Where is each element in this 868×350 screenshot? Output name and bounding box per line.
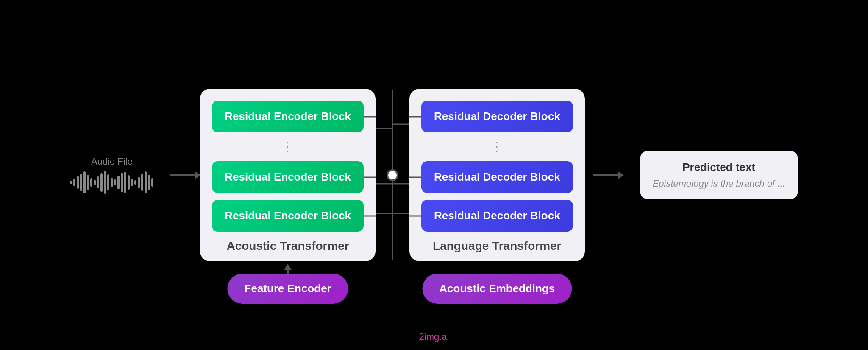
waveform-bar — [141, 174, 143, 191]
waveform-bar — [73, 179, 75, 186]
decoder-to-output-arrow — [593, 174, 619, 176]
audio-label: Audio File — [91, 156, 133, 167]
dots-decoder: ⋮ — [421, 139, 573, 154]
waveform-bar — [121, 173, 123, 192]
diagram-container: Audio File Residual Encoder Block ⋮ Resi… — [0, 0, 868, 350]
acoustic-transformer-label: Acoustic Transformer — [200, 239, 376, 253]
waveform-bar — [77, 176, 79, 189]
waveform-bar — [124, 172, 126, 193]
waveform-bar — [148, 175, 150, 190]
waveform-bar — [94, 180, 96, 185]
up-arrow-head — [284, 264, 292, 270]
waveform-bar — [97, 176, 99, 188]
waveform-bar — [145, 171, 147, 193]
main-row: Audio File Residual Encoder Block ⋮ Resi… — [70, 89, 798, 261]
waveform-bar — [87, 175, 89, 190]
waveform-bar — [80, 174, 82, 191]
feature-encoder-label: Feature Encoder — [228, 274, 348, 304]
encoder-block-top: Residual Encoder Block — [212, 101, 364, 132]
language-transformer-label: Language Transformer — [409, 239, 585, 253]
decoder-block-mid: Residual Decoder Block — [421, 161, 573, 193]
waveform-bar — [104, 171, 106, 194]
waveform-bar — [128, 175, 130, 190]
waveform-bar — [111, 178, 113, 187]
waveform-bar — [70, 181, 72, 184]
audio-section: Audio File — [70, 156, 153, 194]
waveform-bar — [138, 177, 140, 188]
predicted-title: Predicted text — [653, 161, 785, 174]
waveform-bar — [151, 178, 153, 187]
language-transformer-box: Residual Decoder Block ⋮ Residual Decode… — [409, 89, 585, 261]
connection-area — [376, 90, 409, 260]
predicted-box: Predicted text Epistemology is the branc… — [640, 151, 798, 199]
waveform-bar — [117, 176, 120, 189]
predicted-text: Epistemology is the branch of ... — [653, 178, 785, 189]
watermark: 2img.ai — [419, 331, 449, 342]
waveform-bar — [83, 171, 86, 193]
audio-to-encoder-arrow — [170, 174, 196, 176]
decoder-block-bottom: Residual Decoder Block — [421, 200, 573, 232]
connection-circle — [387, 169, 398, 181]
waveform-bar — [100, 173, 103, 192]
encoder-block-mid: Residual Encoder Block — [212, 161, 364, 193]
acoustic-embeddings-label: Acoustic Embeddings — [422, 274, 572, 304]
dots-encoder: ⋮ — [212, 139, 364, 154]
encoder-block-bottom: Residual Encoder Block — [212, 200, 364, 232]
waveform-bar — [134, 180, 136, 185]
waveform-bar — [131, 179, 133, 186]
decoder-block-top: Residual Decoder Block — [421, 101, 573, 132]
waveform — [70, 171, 153, 194]
waveform-bar — [90, 178, 92, 187]
waveform-bar — [114, 179, 116, 185]
waveform-bar — [107, 174, 109, 190]
acoustic-transformer-box: Residual Encoder Block ⋮ Residual Encode… — [200, 89, 376, 261]
